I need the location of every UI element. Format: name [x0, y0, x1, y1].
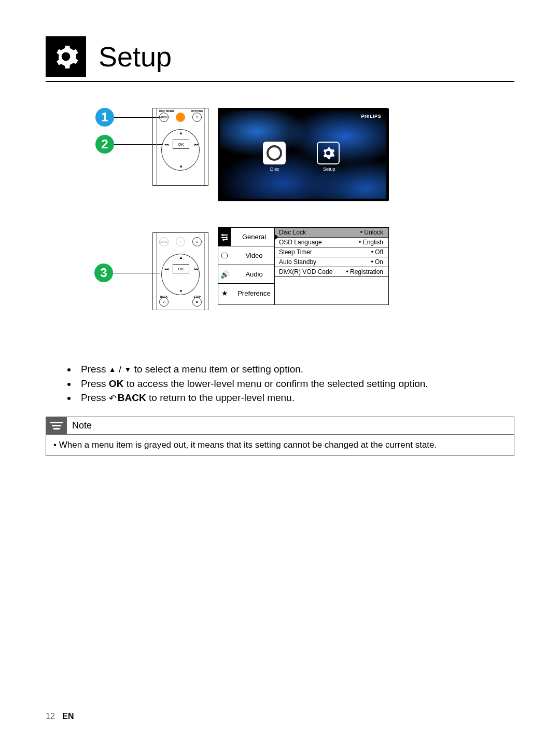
tab-label: Preference [231, 289, 274, 297]
back-icon: ↶ [159, 297, 169, 307]
setting-key: Sleep Timer [279, 248, 312, 256]
tab-audio: 🔊 Audio [218, 265, 274, 284]
setting-value: On [371, 258, 383, 266]
remote-illustration-top: DISC MENU OPTIONS MENU ⌂ ≡ OK ▲ ▼ ◂◂ ▸▸ [152, 108, 208, 186]
text: to select a menu item or setting option. [131, 364, 303, 375]
disc-icon [263, 142, 286, 164]
speaker-icon: 🔊 [218, 265, 231, 284]
arrow-down-icon: ▼ [124, 366, 132, 373]
setting-row: Sleep Timer Off [275, 247, 388, 257]
home-icon: ⌂ [176, 113, 185, 122]
tab-general: General [218, 228, 274, 246]
next-icon: ▸▸ [194, 267, 199, 271]
back-icon: ↶ [109, 392, 117, 405]
svg-rect-5 [225, 239, 228, 240]
setting-key: Disc Lock [279, 229, 306, 236]
list-icon: ≡ [192, 113, 202, 122]
tv-setup-label: Setup [323, 167, 335, 172]
next-icon: ▸▸ [194, 142, 199, 147]
tab-label: Audio [231, 270, 274, 278]
note-icon [46, 417, 67, 434]
instruction-item: Press OK to access the lower-level menu … [77, 377, 514, 391]
setting-row: DivX(R) VOD Code Registration [275, 267, 388, 277]
setting-row: Auto Standby On [275, 257, 388, 267]
setting-row: OSD Language English [275, 238, 388, 247]
tab-label: Video [231, 252, 274, 259]
settings-panel: General 🖵 Video 🔊 Audio ★ Preference Dis… [218, 227, 389, 305]
sliders-icon [218, 228, 231, 246]
callout-3: 3 [94, 264, 113, 282]
page-title: Setup [99, 40, 172, 73]
settings-list: Disc Lock Unlock OSD Language English Sl… [274, 228, 388, 305]
tab-video: 🖵 Video [218, 246, 274, 265]
text: Press [81, 364, 109, 375]
setting-key: DivX(R) VOD Code [279, 268, 332, 275]
svg-rect-1 [223, 234, 228, 236]
setup-gear-icon [317, 142, 340, 164]
note-box: Note • When a menu item is grayed out, i… [46, 417, 514, 456]
text: Press [81, 392, 109, 403]
tab-preference: ★ Preference [218, 284, 274, 302]
figure-area: 1 2 3 DISC MENU OPTIONS MENU ⌂ ≡ OK ▲ ▼ … [46, 108, 514, 326]
gear-icon [46, 36, 86, 77]
setting-value: Unlock [360, 229, 383, 236]
language-code: EN [62, 712, 74, 721]
text: to access the lower-level menu or confir… [123, 378, 428, 389]
arrow-up-icon: ▲ [109, 366, 116, 373]
prev-icon: ◂◂ [164, 267, 169, 271]
settings-tabs: General 🖵 Video 🔊 Audio ★ Preference [218, 228, 274, 305]
remote-ok-button: OK [173, 264, 189, 273]
setting-value: Registration [346, 268, 383, 275]
text: to return to the upper-level menu. [146, 392, 295, 403]
setting-row: Disc Lock Unlock [275, 228, 388, 238]
text: Press [81, 378, 109, 389]
svg-point-4 [222, 239, 225, 241]
setting-value: Off [371, 248, 383, 256]
callout-1: 1 [95, 108, 114, 127]
page-footer: 12 EN [46, 712, 74, 721]
monitor-icon: 🖵 [218, 246, 231, 265]
tv-home-screen: PHILIPS Disc Setup [218, 108, 389, 201]
home-icon: ⌂ [176, 237, 185, 246]
callout-2: 2 [95, 135, 114, 154]
arrow-up-icon: ▲ [179, 131, 183, 135]
instruction-item: Press ▲ / ▼ to select a menu item or set… [77, 362, 514, 377]
remote-menu-button: MENU [159, 237, 169, 246]
back-label: BACK [118, 392, 146, 403]
instruction-list: Press ▲ / ▼ to select a menu item or set… [46, 362, 514, 405]
prev-icon: ◂◂ [164, 142, 169, 147]
setting-key: Auto Standby [279, 258, 316, 266]
setting-value: English [359, 239, 383, 246]
page-number: 12 [46, 712, 55, 721]
svg-point-2 [226, 237, 228, 239]
svg-point-0 [221, 234, 223, 236]
star-icon: ★ [218, 284, 231, 302]
stop-icon: ■ [192, 297, 202, 307]
note-body: • When a menu item is grayed out, it mea… [46, 434, 514, 455]
page-header: Setup [46, 36, 514, 82]
list-icon: ≡ [192, 237, 202, 246]
tv-disc-label: Disc [270, 167, 279, 172]
arrow-down-icon: ▼ [179, 289, 183, 294]
arrow-up-icon: ▲ [179, 255, 183, 260]
text: / [116, 364, 124, 375]
note-text: When a menu item is grayed out, it means… [59, 440, 437, 450]
arrow-down-icon: ▼ [179, 164, 183, 169]
remote-menu-button: MENU [159, 113, 169, 122]
instruction-item: Press ↶BACK to return to the upper-level… [77, 391, 514, 405]
svg-rect-3 [221, 237, 226, 238]
remote-illustration-bottom: MENU ⌂ ≡ OK ▲ ▼ ◂◂ ▸▸ BACK STOP ↶ ■ [152, 232, 208, 310]
remote-ok-button: OK [173, 140, 189, 149]
ok-label: OK [109, 378, 124, 389]
tab-label: General [231, 233, 274, 241]
note-title: Note [67, 420, 92, 431]
setting-key: OSD Language [279, 239, 322, 246]
brand-label: PHILIPS [361, 114, 381, 119]
